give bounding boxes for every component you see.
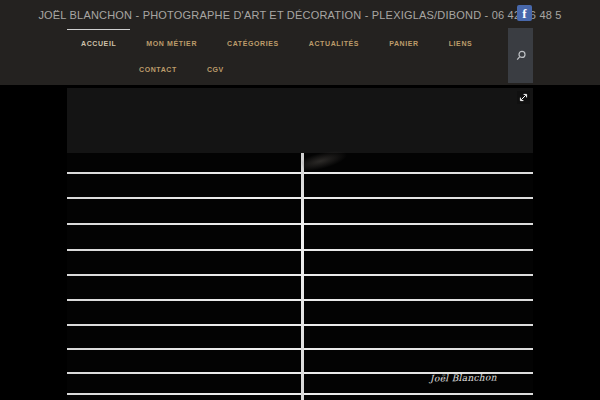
blind-line [67,172,533,174]
blind-line [67,299,533,301]
nav-item-actualites[interactable]: ACTUALITÉS [295,29,373,55]
nav-item-liens[interactable]: LIENS [435,29,487,55]
artist-signature: Joël Blanchon [430,372,497,383]
site-title: JOËL BLANCHON - PHOTOGRAPHE D'ART ET DÉC… [0,9,600,21]
nav-item-categories[interactable]: CATÉGORIES [213,29,293,55]
main-nav-row-2: CONTACT CGV [125,55,240,81]
search-icon [515,50,527,62]
blind-line [67,274,533,276]
hero-photo[interactable]: Joël Blanchon [67,88,533,400]
nav-item-mon-metier[interactable]: MON MÉTIER [132,29,211,55]
nav-item-accueil[interactable]: ACCUEIL [67,29,130,55]
nav-item-contact[interactable]: CONTACT [125,55,191,81]
blind-line [67,324,533,326]
expand-button[interactable] [517,91,530,104]
blind-line [67,348,533,350]
main-nav-row-1: ACCUEIL MON MÉTIER CATÉGORIES ACTUALITÉS… [67,29,488,55]
site-header: JOËL BLANCHON - PHOTOGRAPHE D'ART ET DÉC… [0,0,600,85]
page: JOËL BLANCHON - PHOTOGRAPHE D'ART ET DÉC… [0,0,600,400]
facebook-icon[interactable]: f [517,5,532,21]
blind-line [67,249,533,251]
photo-top-band [67,88,533,153]
blind-vertical-bar [301,153,304,400]
blind-line [67,223,533,225]
blind-line [67,197,533,199]
nav-item-cgv[interactable]: CGV [193,55,238,81]
facebook-f-glyph: f [522,6,526,21]
blind-line [67,393,533,395]
search-button[interactable] [508,28,533,83]
nav-item-panier[interactable]: PANIER [375,29,433,55]
expand-icon [519,93,528,102]
